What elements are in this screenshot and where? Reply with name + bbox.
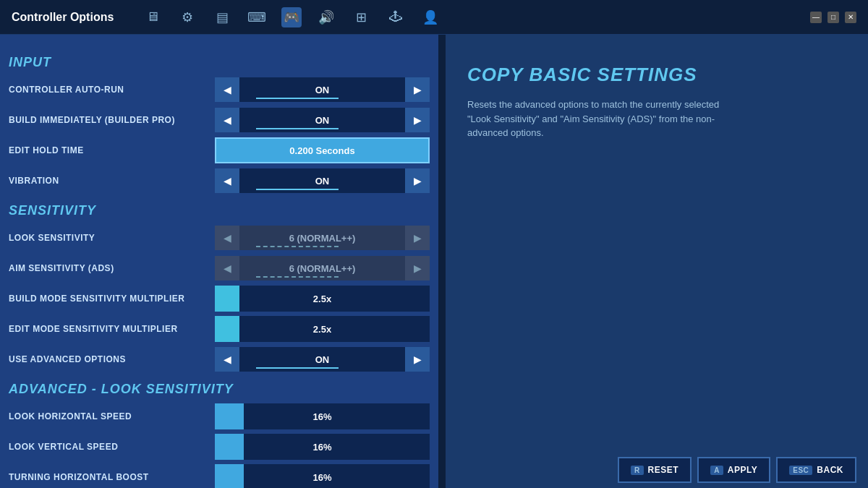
turning-horizontal-boost-row: TURNING HORIZONTAL BOOST 16% — [9, 463, 430, 488]
aim-sensitivity-label: AIM SENSITIVITY (ADS) — [9, 263, 215, 273]
window-title: Controller Options — [12, 11, 114, 24]
network-icon[interactable]: ⊞ — [351, 7, 371, 27]
controller-auto-run-control: ◀ ON ▶ — [215, 77, 430, 103]
build-mode-sensitivity-value: 2.5x — [313, 294, 331, 304]
window-controls: — □ ✕ — [810, 12, 856, 23]
sensitivity-section-header: SENSITIVITY — [9, 203, 430, 218]
slider-indicator — [215, 286, 239, 312]
gear-icon[interactable]: ⚙ — [177, 7, 197, 27]
look-horizontal-speed-label: LOOK HORIZONTAL SPEED — [9, 411, 215, 421]
turning-horizontal-boost-bar[interactable]: 16% — [215, 464, 430, 488]
copy-settings-desc: Resets the advanced options to match the… — [467, 98, 742, 140]
build-immediately-label: BUILD IMMEDIATELY (BUILDER PRO) — [9, 115, 215, 125]
controller-auto-run-left-arrow[interactable]: ◀ — [215, 77, 239, 102]
vibration-right-arrow[interactable]: ▶ — [405, 168, 430, 193]
slider-indicator — [215, 316, 239, 342]
toggle-control: ◀ ON ▶ — [215, 346, 430, 372]
edit-mode-sensitivity-control: 2.5x — [215, 316, 430, 342]
toggle-control-gray: ◀ 6 (NORMAL++) ▶ — [215, 255, 430, 281]
toggle-control-gray: ◀ 6 (NORMAL++) ▶ — [215, 225, 430, 251]
toggle-control: ◀ ON ▶ — [215, 168, 430, 194]
build-mode-sensitivity-slider[interactable]: 2.5x — [215, 286, 430, 312]
look-vertical-speed-control: 16% — [215, 434, 430, 460]
vibration-row: VIBRATION ◀ ON ▶ — [9, 167, 430, 194]
bar-fill — [215, 464, 244, 488]
main-layout: INPUT CONTROLLER AUTO-RUN ◀ ON ▶ BUILD I… — [0, 35, 868, 488]
close-button[interactable]: ✕ — [845, 12, 856, 23]
build-immediately-row: BUILD IMMEDIATELY (BUILDER PRO) ◀ ON ▶ — [9, 106, 430, 134]
keyboard-icon[interactable]: ⌨ — [247, 7, 267, 27]
aim-sensitivity-right-arrow[interactable]: ▶ — [405, 256, 430, 281]
user-icon[interactable]: 👤 — [420, 7, 441, 27]
use-advanced-options-label: USE ADVANCED OPTIONS — [9, 354, 215, 364]
dashed-underline — [256, 276, 339, 278]
vibration-value: ON — [239, 168, 405, 193]
vibration-label: VIBRATION — [9, 176, 215, 186]
aim-sensitivity-row: AIM SENSITIVITY (ADS) ◀ 6 (NORMAL++) ▶ — [9, 254, 430, 282]
reset-label: RESET — [648, 465, 679, 475]
toggle-underline — [256, 367, 339, 369]
reset-key: R — [631, 466, 644, 475]
look-sensitivity-label: LOOK SENSITIVITY — [9, 233, 215, 243]
minimize-button[interactable]: — — [810, 12, 822, 23]
use-advanced-options-value: ON — [239, 347, 405, 372]
apply-button[interactable]: A APPLY — [697, 457, 770, 483]
look-vertical-speed-label: LOOK VERTICAL SPEED — [9, 442, 215, 452]
aim-sensitivity-left-arrow[interactable]: ◀ — [215, 256, 239, 281]
right-panel: COPY BASIC SETTINGS Resets the advanced … — [446, 35, 868, 488]
use-advanced-options-left-arrow[interactable]: ◀ — [215, 347, 239, 372]
toggle-underline — [256, 98, 339, 99]
turning-horizontal-boost-value: 16% — [312, 472, 331, 483]
edit-mode-sensitivity-label: EDIT MODE SENSITIVITY MULTIPLIER — [9, 324, 215, 334]
apply-label: APPLY — [728, 465, 757, 475]
edit-hold-time-control: 0.200 Seconds — [215, 137, 430, 163]
look-horizontal-speed-control: 16% — [215, 403, 430, 429]
left-panel: INPUT CONTROLLER AUTO-RUN ◀ ON ▶ BUILD I… — [0, 35, 441, 488]
edit-mode-sensitivity-row: EDIT MODE SENSITIVITY MULTIPLIER 2.5x — [9, 315, 430, 343]
copy-settings-title: COPY BASIC SETTINGS — [467, 64, 846, 86]
build-mode-sensitivity-row: BUILD MODE SENSITIVITY MULTIPLIER 2.5x — [9, 285, 430, 312]
toggle-control: ◀ ON ▶ — [215, 107, 430, 133]
maximize-button[interactable]: □ — [827, 12, 839, 23]
nav-icons: 🖥 ⚙ ▤ ⌨ 🎮 🔊 ⊞ 🕹 👤 — [142, 7, 441, 27]
look-sensitivity-row: LOOK SENSITIVITY ◀ 6 (NORMAL++) ▶ — [9, 224, 430, 252]
advanced-look-section-header: ADVANCED - LOOK SENSITIVITY — [9, 382, 430, 397]
vibration-control: ◀ ON ▶ — [215, 168, 430, 194]
look-vertical-speed-row: LOOK VERTICAL SPEED 16% — [9, 433, 430, 461]
monitor-icon[interactable]: 🖥 — [142, 7, 163, 27]
edit-hold-time-value[interactable]: 0.200 Seconds — [215, 137, 430, 163]
look-horizontal-speed-value: 16% — [312, 411, 331, 422]
edit-hold-time-label: EDIT HOLD TIME — [9, 145, 215, 155]
edit-mode-sensitivity-slider[interactable]: 2.5x — [215, 316, 430, 342]
use-advanced-options-control: ◀ ON ▶ — [215, 346, 430, 372]
back-label: BACK — [817, 465, 843, 475]
build-mode-sensitivity-control: 2.5x — [215, 286, 430, 312]
edit-hold-time-row: EDIT HOLD TIME 0.200 Seconds — [9, 137, 430, 164]
look-sensitivity-value: 6 (NORMAL++) — [239, 226, 405, 250]
gamepad-icon[interactable]: 🕹 — [386, 7, 406, 27]
look-sensitivity-control: ◀ 6 (NORMAL++) ▶ — [215, 225, 430, 251]
controller-auto-run-row: CONTROLLER AUTO-RUN ◀ ON ▶ — [9, 76, 430, 103]
back-button[interactable]: ESC BACK — [776, 457, 856, 483]
look-sensitivity-right-arrow[interactable]: ▶ — [405, 226, 430, 250]
look-vertical-speed-bar[interactable]: 16% — [215, 434, 430, 460]
build-immediately-left-arrow[interactable]: ◀ — [215, 108, 239, 132]
controller-auto-run-label: CONTROLLER AUTO-RUN — [9, 85, 215, 95]
aim-sensitivity-value: 6 (NORMAL++) — [239, 256, 405, 281]
title-bar: Controller Options 🖥 ⚙ ▤ ⌨ 🎮 🔊 ⊞ 🕹 👤 — □… — [0, 0, 868, 35]
audio-icon[interactable]: 🔊 — [316, 7, 336, 27]
look-horizontal-speed-bar[interactable]: 16% — [215, 403, 430, 429]
display-icon[interactable]: ▤ — [212, 7, 232, 27]
vibration-left-arrow[interactable]: ◀ — [215, 168, 239, 193]
dashed-underline — [256, 246, 339, 247]
toggle-control: ◀ ON ▶ — [215, 77, 430, 103]
controller-auto-run-value: ON — [239, 77, 405, 102]
turning-horizontal-boost-control: 16% — [215, 464, 430, 488]
controller-auto-run-right-arrow[interactable]: ▶ — [405, 77, 430, 102]
look-sensitivity-left-arrow[interactable]: ◀ — [215, 226, 239, 250]
use-advanced-options-right-arrow[interactable]: ▶ — [405, 347, 430, 372]
build-mode-sensitivity-label: BUILD MODE SENSITIVITY MULTIPLIER — [9, 294, 215, 304]
build-immediately-right-arrow[interactable]: ▶ — [405, 108, 430, 132]
reset-button[interactable]: R RESET — [618, 457, 692, 483]
controller-active-icon[interactable]: 🎮 — [281, 7, 302, 27]
